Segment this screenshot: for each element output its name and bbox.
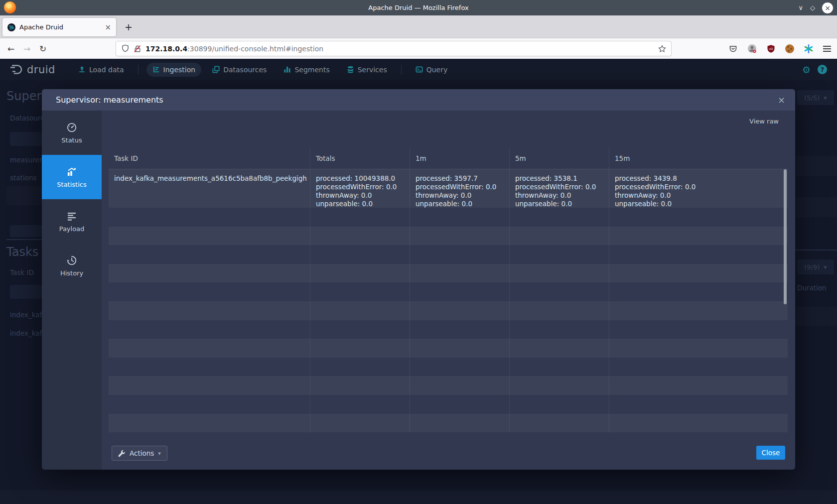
close-button[interactable]: Close (756, 446, 785, 460)
table-row-stripe (795, 197, 837, 217)
stat-line: thrownAway: 0.0 (515, 191, 609, 200)
druid-logo[interactable]: druid (9, 63, 55, 76)
task-row[interactable]: index_kafk (10, 329, 46, 337)
stat-line: processedWithError: 0.0 (615, 183, 788, 191)
column-header-1m[interactable]: 1m (410, 147, 509, 169)
tab-label: Statistics (57, 181, 86, 188)
table-cell (410, 282, 509, 301)
stat-line: thrownAway: 0.0 (416, 191, 509, 200)
table-cell (109, 245, 310, 264)
column-header-5m[interactable]: 5m (509, 147, 609, 169)
table-cell (609, 301, 788, 320)
pocket-icon[interactable] (729, 45, 737, 53)
table-row[interactable]: index_kafka_measurements_a5616c5ba8afb8b… (109, 169, 788, 208)
tasks-heading: Tasks (6, 245, 38, 259)
table-scrollbar[interactable] (784, 169, 787, 304)
menu-icon[interactable] (823, 46, 831, 52)
tab-statistics[interactable]: Statistics (42, 155, 102, 199)
actions-button[interactable]: Actions ▾ (112, 446, 167, 461)
nav-label: Services (358, 66, 387, 74)
datasource-filter-input[interactable] (10, 132, 42, 146)
settings-gear-icon[interactable]: ⚙ (802, 64, 811, 75)
table-cell (609, 227, 788, 246)
table-cell (509, 358, 609, 377)
table-row-empty (109, 339, 788, 358)
caret-down-icon: ▾ (158, 450, 161, 457)
tab-label: History (60, 269, 83, 277)
bookmark-star-icon[interactable] (658, 45, 666, 53)
table-cell (410, 264, 509, 283)
history-clock-icon (66, 255, 77, 266)
task-id-column-header: Task ID (10, 268, 34, 276)
section-divider (6, 239, 42, 240)
extension-asterisk-icon[interactable] (804, 44, 813, 53)
supervisor-row[interactable]: measurem (10, 156, 46, 164)
table-cell (109, 320, 310, 339)
table-cell (310, 395, 410, 414)
help-icon[interactable]: ? (818, 65, 827, 74)
tab-status[interactable]: Status (42, 111, 102, 155)
dialog-sidebar: Status Statistics Payload (42, 111, 102, 470)
table-row-stripe (6, 186, 42, 205)
stat-line: unparseable: 0.0 (515, 200, 609, 208)
task-filter-input[interactable] (10, 285, 42, 299)
nav-item-segments[interactable]: Segments (278, 63, 335, 77)
table-cell (509, 245, 609, 264)
pagination-box[interactable] (10, 225, 42, 237)
window-restore-button[interactable]: ◇ (810, 4, 815, 11)
stat-line: thrownAway: 0.0 (615, 191, 788, 200)
view-raw-link[interactable]: View raw (749, 118, 779, 125)
tab-history[interactable]: History (42, 244, 102, 288)
cookie-icon[interactable] (785, 44, 794, 53)
tab-bar: Apache Druid × + (0, 15, 837, 38)
supervisors-count-dropdown[interactable]: (5/5) ▾ (797, 90, 834, 105)
column-header-15m[interactable]: 15m (609, 147, 788, 169)
nav-item-ingestion[interactable]: Ingestion (146, 63, 202, 77)
table-cell (609, 339, 788, 358)
nav-label: Datasources (223, 66, 267, 74)
table-cell (109, 358, 310, 377)
ublock-icon[interactable]: uO (767, 44, 775, 53)
dialog-close-icon[interactable]: × (778, 89, 785, 111)
nav-item-load-data[interactable]: Load data (72, 63, 130, 77)
table-cell (310, 414, 410, 433)
trending-chart-icon (66, 166, 77, 177)
gauge-icon (66, 122, 77, 133)
dialog-title: Supervisor: measurements (56, 95, 163, 105)
supervisor-row[interactable]: stations (10, 174, 37, 182)
table-cell (410, 245, 509, 264)
tasks-count-dropdown[interactable]: (9/9) ▾ (797, 259, 834, 274)
nav-item-query[interactable]: Query (410, 63, 454, 77)
task-row[interactable]: index_kafk (10, 311, 46, 319)
segments-icon (283, 66, 291, 73)
tab-close-icon[interactable]: × (105, 23, 111, 32)
forward-button[interactable]: → (19, 44, 35, 54)
new-tab-button[interactable]: + (122, 20, 136, 34)
align-left-icon (66, 211, 77, 222)
table-cell (410, 208, 509, 227)
table-cell (509, 227, 609, 246)
table-row-empty (109, 395, 788, 414)
table-cell (310, 339, 410, 358)
reload-button[interactable]: ↻ (35, 44, 51, 54)
table-row-stripe (0, 490, 837, 504)
table-cell (509, 282, 609, 301)
back-button[interactable]: ← (3, 44, 19, 54)
tracking-shield-icon[interactable] (121, 44, 130, 53)
query-icon (416, 66, 423, 73)
window-close-button[interactable]: × (822, 2, 833, 13)
account-icon[interactable] (747, 44, 757, 53)
column-header-task-id[interactable]: Task ID (109, 147, 310, 169)
url-bar[interactable]: 172.18.0.4:30899/unified-console.html#in… (116, 41, 672, 56)
url-text[interactable]: 172.18.0.4:30899/unified-console.html#in… (145, 45, 654, 53)
browser-tab[interactable]: Apache Druid × (2, 18, 116, 36)
table-cell (509, 301, 609, 320)
nav-item-datasources[interactable]: Datasources (206, 63, 273, 77)
column-header-totals[interactable]: Totals (310, 147, 410, 169)
stat-line: unparseable: 0.0 (316, 200, 410, 208)
insecure-lock-icon[interactable] (134, 45, 141, 53)
nav-item-services[interactable]: Services (341, 63, 393, 77)
stat-line: processed: 3597.7 (416, 174, 509, 183)
window-minimize-button[interactable]: ∨ (798, 4, 803, 11)
tab-payload[interactable]: Payload (42, 199, 102, 244)
